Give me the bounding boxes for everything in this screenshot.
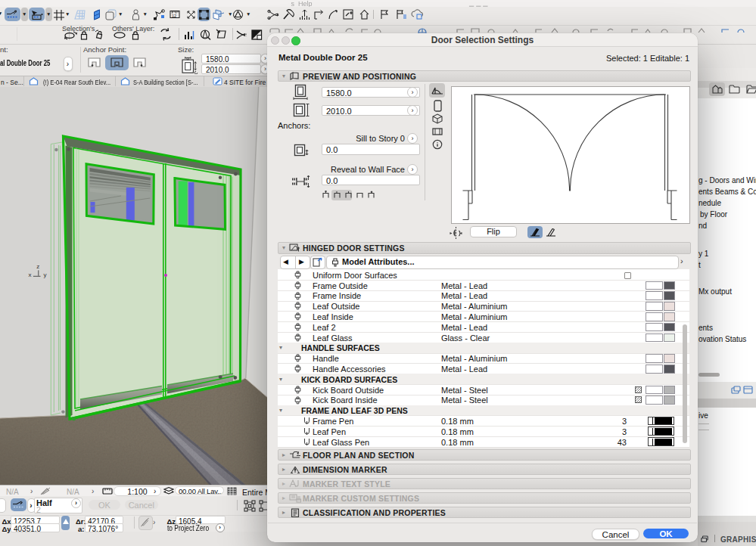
svg-text:y: y <box>44 271 47 278</box>
svg-text:z: z <box>36 263 39 270</box>
svg-text:x: x <box>29 271 32 278</box>
svg-text:12: 12 <box>172 13 176 17</box>
